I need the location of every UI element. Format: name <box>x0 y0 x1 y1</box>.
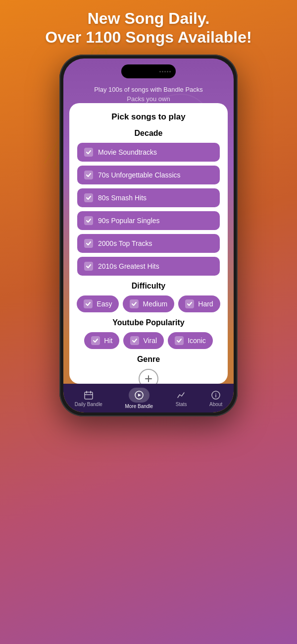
difficulty-easy[interactable]: Easy <box>77 295 119 312</box>
genre-section: Genre <box>77 355 220 384</box>
checkbox-80s <box>84 193 93 202</box>
decade-item-label: 90s Popular Singles <box>98 217 160 225</box>
checkbox-movie-soundtracks <box>84 148 93 157</box>
packs-you-own-text: Packs you own <box>73 95 224 103</box>
popularity-viral[interactable]: Viral <box>123 332 164 349</box>
nav-stats-label: Stats <box>176 402 187 407</box>
decade-label: Decade <box>77 129 220 138</box>
popularity-hit-label: Hit <box>104 337 112 345</box>
difficulty-medium-label: Medium <box>143 300 167 308</box>
nav-item-stats[interactable]: Stats <box>172 388 191 409</box>
decade-80s-smash[interactable]: 80s Smash Hits <box>77 188 220 207</box>
svg-point-14 <box>215 393 216 394</box>
about-icon <box>210 390 221 401</box>
bottom-nav: Daily Bandle More Bandle <box>63 384 234 412</box>
phone-screen: ♪ ♫ Play 100s of songs with Bandle Packs… <box>63 59 234 412</box>
song-picker-card: Pick songs to play Decade Movie Soundtra… <box>69 103 228 384</box>
popularity-iconic-label: Iconic <box>188 337 206 345</box>
decade-section: Decade Movie Soundtracks 70 <box>77 129 220 276</box>
checkbox-viral <box>130 336 139 345</box>
phone-frame: ♪ ♫ Play 100s of songs with Bandle Packs… <box>59 55 238 416</box>
popularity-hit[interactable]: Hit <box>84 332 119 349</box>
decade-70s-classics[interactable]: 70s Unforgettable Classics <box>77 166 220 184</box>
nav-item-more[interactable]: More Bandle <box>121 386 157 411</box>
more-bandle-icon <box>134 390 145 401</box>
popularity-viral-label: Viral <box>143 337 157 345</box>
difficulty-section: Difficulty Easy <box>77 282 220 312</box>
header-title: New Song Daily. Over 1100 Songs Availabl… <box>0 9 297 47</box>
difficulty-medium[interactable]: Medium <box>123 295 174 312</box>
genre-label: Genre <box>77 355 220 364</box>
difficulty-easy-label: Easy <box>97 300 112 308</box>
difficulty-hard-label: Hard <box>198 300 213 308</box>
difficulty-row: Easy Medium <box>77 295 220 312</box>
stats-icon <box>176 390 187 401</box>
decade-2000s-top[interactable]: 2000s Top Tracks <box>77 234 220 253</box>
checkbox-hit <box>91 336 100 345</box>
nav-item-daily[interactable]: Daily Bandle <box>71 388 106 409</box>
checkbox-2000s <box>84 239 93 248</box>
decade-item-label: Movie Soundtracks <box>98 148 157 156</box>
checkbox-medium <box>130 299 139 308</box>
decade-90s-popular[interactable]: 90s Popular Singles <box>77 211 220 230</box>
daily-bandle-icon <box>83 390 94 401</box>
popularity-iconic[interactable]: Iconic <box>168 332 213 349</box>
checkbox-70s <box>84 171 93 179</box>
header-section: New Song Daily. Over 1100 Songs Availabl… <box>0 9 297 47</box>
nav-about-label: About <box>209 402 222 407</box>
decade-2010s-greatest[interactable]: 2010s Greatest Hits <box>77 257 220 276</box>
pick-songs-title: Pick songs to play <box>77 112 220 122</box>
nav-more-label: More Bandle <box>125 404 153 409</box>
decade-movie-soundtracks[interactable]: Movie Soundtracks <box>77 143 220 162</box>
svg-rect-6 <box>85 392 93 399</box>
dynamic-island <box>121 64 176 78</box>
decade-item-label: 70s Unforgettable Classics <box>98 171 181 179</box>
svg-marker-11 <box>138 394 141 397</box>
decade-item-label: 80s Smash Hits <box>98 194 147 202</box>
phone-top-bar: Play 100s of songs with Bandle Packs Pac… <box>63 86 234 103</box>
genre-add-button[interactable] <box>139 369 158 384</box>
checkbox-iconic <box>175 336 184 345</box>
checkbox-easy <box>84 299 93 308</box>
nav-item-about[interactable]: About <box>205 388 226 409</box>
popularity-label: Youtube Popularity <box>77 318 220 327</box>
popularity-section: Youtube Popularity Hit <box>77 318 220 349</box>
bandle-packs-text: Play 100s of songs with Bandle Packs <box>73 86 224 93</box>
difficulty-label: Difficulty <box>77 282 220 291</box>
decade-item-label: 2000s Top Tracks <box>98 239 152 247</box>
checkbox-hard <box>185 299 194 308</box>
popularity-row: Hit Viral <box>77 332 220 349</box>
decade-item-label: 2010s Greatest Hits <box>98 262 159 270</box>
difficulty-hard[interactable]: Hard <box>178 295 220 312</box>
checkbox-2010s <box>84 262 93 271</box>
checkbox-90s <box>84 216 93 225</box>
nav-daily-label: Daily Bandle <box>75 402 102 407</box>
